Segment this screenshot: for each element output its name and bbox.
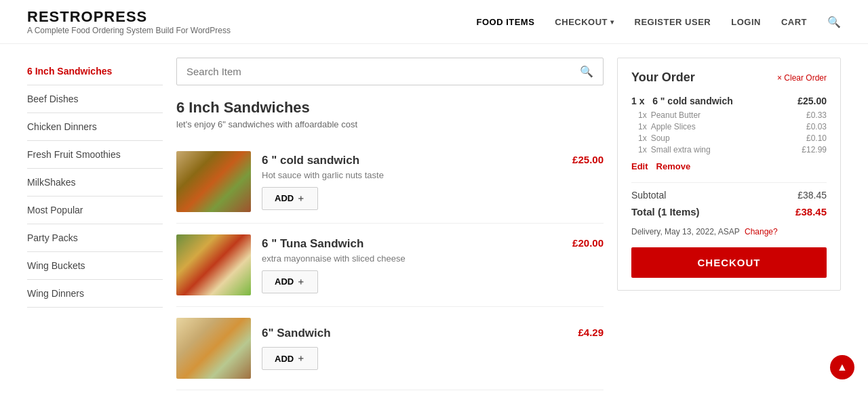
food-image-0 <box>176 151 251 212</box>
search-icon[interactable]: 🔍 <box>827 16 841 28</box>
nav-checkout[interactable]: CHECKOUT ▾ <box>555 17 614 27</box>
food-item-2: 6" Sandwich £4.29 ADD ＋ <box>176 307 604 390</box>
total-label: Total (1 Items) <box>631 206 700 218</box>
order-actions: Edit Remove <box>631 161 827 171</box>
food-desc-1: extra mayonnaise with sliced cheese <box>262 253 604 264</box>
order-item-main: 1 x 6 " cold sandwich £25.00 <box>631 96 827 106</box>
logo-area: RESTROPRESS A Complete Food Ordering Sys… <box>27 8 231 35</box>
food-price-0: £25.00 <box>572 154 604 165</box>
food-image-1 <box>176 234 251 295</box>
nav-register[interactable]: REGISTER USER <box>635 17 711 27</box>
brand-tagline: A Complete Food Ordering System Build Fo… <box>27 26 231 35</box>
brand-name: RESTROPRESS <box>27 8 231 26</box>
search-icon: 🔍 <box>580 65 593 78</box>
nav-food-items[interactable]: FOOD ITEMS <box>476 17 534 27</box>
sidebar-item-wing-dinners[interactable]: Wing Dinners <box>27 280 163 308</box>
order-addon-3: 1xSmall extra wing £12.99 <box>631 145 827 154</box>
change-delivery-button[interactable]: Change? <box>745 227 778 236</box>
order-header: Your Order × Clear Order <box>631 70 827 85</box>
add-button-1[interactable]: ADD ＋ <box>262 270 318 293</box>
main-nav: FOOD ITEMS CHECKOUT ▾ REGISTER USER LOGI… <box>476 16 841 28</box>
section-description: let's enjoy 6" sandwiches with affoardab… <box>176 119 604 129</box>
food-price-2: £4.29 <box>578 327 604 338</box>
order-item-price: £25.00 <box>797 96 827 106</box>
checkout-button[interactable]: CHECKOUT <box>631 247 827 278</box>
nav-cart[interactable]: CART <box>781 17 807 27</box>
subtotal-label: Subtotal <box>631 190 666 201</box>
header: RESTROPRESS A Complete Food Ordering Sys… <box>0 0 868 44</box>
section-title: 6 Inch Sandwiches <box>176 99 604 117</box>
total-row: Total (1 Items) £38.45 <box>631 206 827 218</box>
food-item-1: 6 " Tuna Sandwich £20.00 extra mayonnais… <box>176 224 604 307</box>
sidebar-item-milkshakes[interactable]: MilkShakes <box>27 169 163 196</box>
sidebar-item-fresh-fruit-smoothies[interactable]: Fresh Fruit Smoothies <box>27 141 163 169</box>
food-info-1: 6 " Tuna Sandwich £20.00 extra mayonnais… <box>262 237 604 293</box>
content-area: 🔍 6 Inch Sandwiches let's enjoy 6" sandw… <box>176 58 604 390</box>
sidebar-item-wing-buckets[interactable]: Wing Buckets <box>27 252 163 280</box>
subtotal-row: Subtotal £38.45 <box>631 190 827 201</box>
food-name-0: 6 " cold sandwich <box>262 154 359 167</box>
food-image-2 <box>176 318 251 379</box>
search-box: 🔍 <box>176 58 604 85</box>
edit-order-button[interactable]: Edit <box>631 161 648 171</box>
sidebar-item-chicken-dinners[interactable]: Chicken Dinners <box>27 113 163 141</box>
delivery-text: Delivery, May 13, 2022, ASAP <box>631 227 740 236</box>
main-container: 6 Inch Sandwiches Beef Dishes Chicken Di… <box>0 44 868 393</box>
sidebar-item-party-packs[interactable]: Party Packs <box>27 224 163 252</box>
search-input[interactable] <box>186 66 580 77</box>
add-button-2[interactable]: ADD ＋ <box>262 347 318 370</box>
order-addon-1: 1xApple Slices £0.03 <box>631 122 827 131</box>
order-addon-2: 1xSoup £0.10 <box>631 133 827 143</box>
plus-icon: ＋ <box>296 276 305 288</box>
food-name-1: 6 " Tuna Sandwich <box>262 237 363 251</box>
order-title: Your Order <box>631 70 695 85</box>
sidebar-item-beef-dishes[interactable]: Beef Dishes <box>27 85 163 113</box>
delivery-row: Delivery, May 13, 2022, ASAP Change? <box>631 227 827 236</box>
food-info-2: 6" Sandwich £4.29 ADD ＋ <box>262 327 604 370</box>
food-price-1: £20.00 <box>572 237 604 249</box>
food-info-0: 6 " cold sandwich £25.00 Hot sauce with … <box>262 154 604 210</box>
order-panel: Your Order × Clear Order 1 x 6 " cold sa… <box>617 58 841 291</box>
plus-icon: ＋ <box>296 352 305 365</box>
clear-order-button[interactable]: × Clear Order <box>777 73 827 83</box>
food-desc-0: Hot sauce with garlic nuts taste <box>262 170 604 180</box>
add-button-0[interactable]: ADD ＋ <box>262 187 318 210</box>
order-addon-0: 1xPeanut Butter £0.33 <box>631 110 827 120</box>
plus-icon: ＋ <box>296 192 305 205</box>
sidebar-item-most-popular[interactable]: Most Popular <box>27 196 163 224</box>
nav-login[interactable]: LOGIN <box>731 17 761 27</box>
total-value: £38.45 <box>795 206 827 218</box>
food-name-2: 6" Sandwich <box>262 327 331 340</box>
scroll-top-button[interactable]: ▲ <box>830 355 854 379</box>
food-item-0: 6 " cold sandwich £25.00 Hot sauce with … <box>176 140 604 224</box>
sidebar: 6 Inch Sandwiches Beef Dishes Chicken Di… <box>27 58 163 390</box>
sidebar-item-6inch-sandwiches[interactable]: 6 Inch Sandwiches <box>27 58 163 85</box>
remove-order-button[interactable]: Remove <box>656 161 691 171</box>
chevron-down-icon: ▾ <box>610 18 614 26</box>
order-item-label: 1 x 6 " cold sandwich <box>631 96 733 106</box>
subtotal-value: £38.45 <box>797 190 827 201</box>
divider-1 <box>631 182 827 183</box>
